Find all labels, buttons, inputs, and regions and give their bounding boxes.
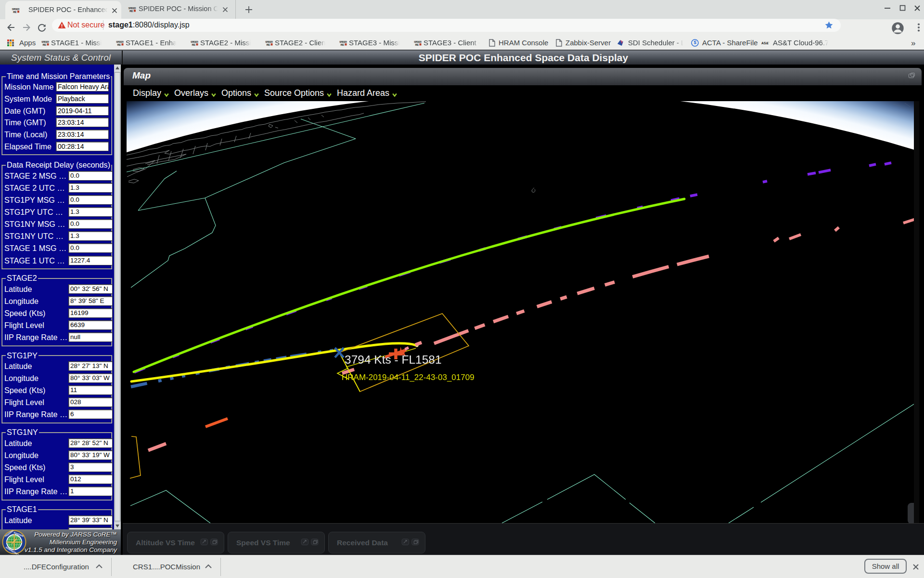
svg-text:AS&T: AS&T — [761, 41, 769, 45]
svg-text:HRAM-2019-04-11_22-43-03_01709: HRAM-2019-04-11_22-43-03_01709 — [342, 373, 475, 382]
svg-text:3794 Kts - FL1581: 3794 Kts - FL1581 — [345, 353, 442, 366]
